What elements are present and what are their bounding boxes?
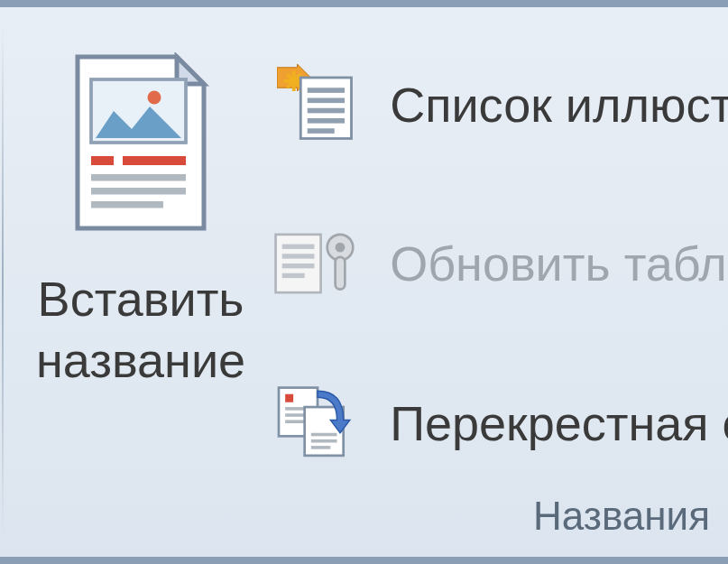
svg-rect-25 bbox=[285, 420, 305, 423]
svg-rect-2 bbox=[91, 156, 114, 165]
svg-rect-17 bbox=[282, 273, 305, 278]
cross-reference-icon bbox=[272, 378, 363, 468]
svg-rect-10 bbox=[308, 108, 345, 114]
group-separator bbox=[2, 25, 4, 539]
ribbon-group-label: Названия bbox=[0, 485, 728, 557]
svg-point-19 bbox=[336, 243, 346, 253]
svg-rect-16 bbox=[282, 264, 315, 268]
svg-rect-20 bbox=[336, 257, 346, 290]
list-of-figures-label: Список иллюстраций bbox=[390, 77, 728, 133]
side-buttons: Список иллюстраций Обновить табли bbox=[263, 34, 728, 485]
svg-rect-15 bbox=[282, 254, 315, 259]
insert-caption-icon bbox=[60, 43, 222, 242]
svg-rect-28 bbox=[311, 439, 337, 443]
svg-rect-8 bbox=[308, 88, 345, 93]
list-of-figures-button[interactable]: Список иллюстраций bbox=[263, 54, 728, 155]
update-table-label: Обновить таблицу bbox=[390, 236, 728, 291]
cross-reference-label: Перекрестная ссылка bbox=[390, 395, 728, 451]
cross-reference-button[interactable]: Перекрестная ссылка bbox=[263, 373, 728, 474]
update-table-button[interactable]: Обновить таблицу bbox=[263, 213, 728, 314]
svg-rect-12 bbox=[308, 128, 335, 134]
insert-caption-button[interactable]: Вставить название bbox=[18, 34, 263, 485]
svg-rect-11 bbox=[308, 118, 345, 124]
svg-rect-5 bbox=[91, 188, 186, 195]
svg-rect-29 bbox=[311, 446, 331, 449]
insert-caption-label: Вставить название bbox=[36, 269, 245, 391]
svg-rect-4 bbox=[91, 174, 186, 181]
svg-rect-6 bbox=[91, 201, 163, 208]
ribbon-content: Вставить название bbox=[0, 7, 728, 485]
svg-rect-27 bbox=[311, 433, 337, 437]
svg-rect-9 bbox=[308, 98, 345, 104]
list-of-figures-icon bbox=[272, 60, 363, 150]
update-table-icon bbox=[272, 218, 363, 309]
svg-rect-14 bbox=[282, 245, 315, 249]
captions-ribbon-group: Вставить название bbox=[0, 7, 728, 557]
svg-rect-22 bbox=[285, 394, 293, 402]
svg-rect-3 bbox=[123, 156, 186, 165]
svg-point-1 bbox=[148, 91, 161, 105]
